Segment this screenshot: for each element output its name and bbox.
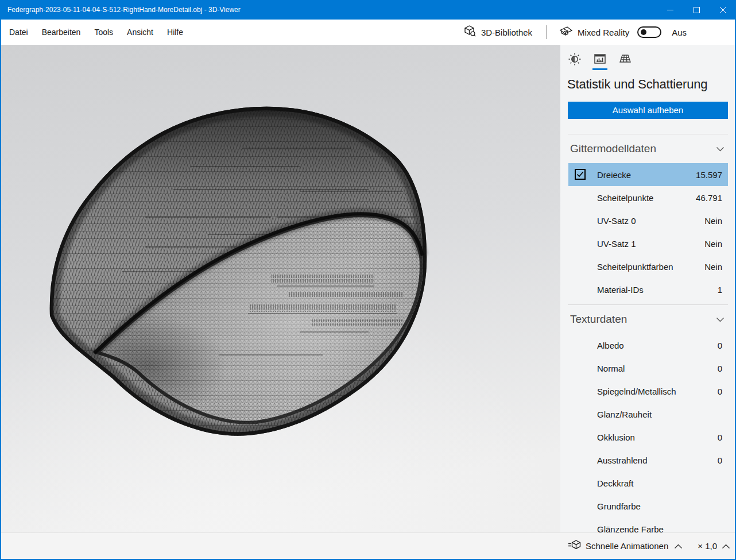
- stat-value: Nein: [704, 216, 722, 226]
- stat-label: Dreiecke: [597, 170, 631, 180]
- stat-row[interactable]: Ausstrahlend0: [568, 449, 728, 472]
- app-window: Federgraph-2023-05-11-04-04-S-512-RightH…: [0, 0, 736, 560]
- fast-animations-label: Schnelle Animationen: [586, 541, 668, 551]
- chevron-up-icon[interactable]: [674, 541, 683, 551]
- menu-item-datei[interactable]: Datei: [2, 20, 35, 45]
- stat-row[interactable]: Scheitelpunkte46.791: [568, 186, 728, 209]
- stat-value: 0: [718, 387, 722, 396]
- menu-item-tools[interactable]: Tools: [87, 20, 120, 45]
- menu-bar: DateiBearbeitenToolsAnsichtHilfe 3D-Bibl…: [1, 20, 735, 45]
- checkbox-checked-icon[interactable]: [575, 169, 586, 180]
- stat-value: 0: [718, 432, 722, 442]
- menu-divider: [546, 25, 547, 39]
- stat-label: Spiegelnd/Metallisch: [597, 387, 676, 396]
- library-label: 3D-Bibliothek: [481, 28, 532, 37]
- stat-value: 46.791: [696, 193, 722, 203]
- stat-row[interactable]: Grundfarbe: [568, 495, 728, 517]
- chevron-down-icon[interactable]: [716, 317, 725, 322]
- maximize-button[interactable]: [683, 0, 710, 20]
- stat-label: Scheitelpunktfarben: [597, 262, 673, 272]
- stat-value: 0: [718, 341, 722, 350]
- section-rows: Dreiecke15.597Scheitelpunkte46.791UV-Sat…: [560, 163, 735, 301]
- stat-label: UV-Satz 1: [597, 239, 636, 249]
- fast-animations-control[interactable]: Schnelle Animationen: [568, 539, 683, 553]
- section-header[interactable]: Texturdaten: [560, 305, 735, 334]
- stat-row[interactable]: Albedo0: [568, 334, 728, 357]
- stat-label: Scheitelpunkte: [597, 193, 653, 203]
- window-controls: [657, 0, 736, 20]
- panel-heading: Statistik und Schattierung: [567, 77, 735, 92]
- mixed-reality-control: Mixed Reality Aus: [559, 25, 687, 39]
- stat-value: Nein: [704, 239, 722, 249]
- 3d-viewport[interactable]: [1, 45, 560, 532]
- stat-value: 0: [718, 364, 722, 373]
- title-bar[interactable]: Federgraph-2023-05-11-04-04-S-512-RightH…: [0, 0, 736, 20]
- chevron-down-icon[interactable]: [716, 146, 725, 152]
- deselect-button[interactable]: Auswahl aufheben: [568, 102, 728, 119]
- stat-label: Albedo: [597, 341, 624, 350]
- stat-label: Normal: [597, 364, 625, 373]
- section-title: Texturdaten: [570, 313, 627, 326]
- menu-item-ansicht[interactable]: Ansicht: [120, 20, 160, 45]
- stat-row[interactable]: Normal0: [568, 357, 728, 380]
- mixed-reality-icon: [559, 25, 573, 39]
- stat-row[interactable]: Glanz/Rauheit: [568, 403, 728, 426]
- stat-row[interactable]: UV-Satz 0Nein: [568, 209, 728, 232]
- scale-value: × 1,0: [698, 541, 717, 551]
- stats-panel-icon: [593, 52, 607, 66]
- stat-row[interactable]: Deckkraft: [568, 472, 728, 495]
- stat-value: 0: [718, 455, 722, 465]
- menu-item-bearbeiten[interactable]: Bearbeiten: [35, 20, 88, 45]
- close-button[interactable]: [710, 0, 736, 20]
- library-button[interactable]: 3D-Bibliothek: [463, 25, 532, 40]
- stat-label: UV-Satz 0: [597, 216, 636, 226]
- section-rows: Albedo0Normal0Spiegelnd/Metallisch0Glanz…: [560, 334, 735, 532]
- stat-label: Deckkraft: [597, 478, 633, 488]
- stat-value: 15.597: [696, 170, 722, 180]
- menu-items: DateiBearbeitenToolsAnsichtHilfe: [2, 20, 190, 45]
- mixed-reality-state: Aus: [672, 28, 687, 37]
- tab-grid[interactable]: [617, 51, 633, 70]
- stat-label: Grundfarbe: [597, 501, 641, 511]
- stat-value: 1: [718, 285, 722, 295]
- panel-sections: GittermodelldatenDreiecke15.597Scheitelp…: [560, 134, 735, 532]
- menu-right: 3D-Bibliothek Mixed Reality Aus: [463, 25, 687, 40]
- menu-item-hilfe[interactable]: Hilfe: [160, 20, 190, 45]
- minimize-button[interactable]: [657, 0, 683, 20]
- stat-row[interactable]: Glänzende Farbe: [568, 517, 728, 532]
- tab-statistics[interactable]: [592, 51, 608, 70]
- 3d-library-icon: [463, 25, 477, 40]
- stat-label: Material-IDs: [597, 285, 644, 295]
- stat-row[interactable]: UV-Satz 1Nein: [568, 232, 728, 255]
- stat-row[interactable]: Material-IDs1: [568, 278, 728, 301]
- stat-label: Glanz/Rauheit: [597, 410, 652, 419]
- stat-row[interactable]: Dreiecke15.597: [568, 163, 728, 186]
- sun-icon: [568, 52, 582, 66]
- chevron-up-icon[interactable]: [722, 541, 730, 551]
- panel-section: GittermodelldatenDreiecke15.597Scheitelp…: [560, 134, 735, 301]
- stat-row[interactable]: Spiegelnd/Metallisch0: [568, 380, 728, 403]
- status-bar: Schnelle Animationen × 1,0: [1, 532, 735, 559]
- toggle-knob: [641, 29, 646, 35]
- stat-row[interactable]: Okklusion0: [568, 426, 728, 449]
- stat-value: Nein: [704, 262, 722, 272]
- tab-lighting[interactable]: [567, 51, 583, 70]
- stat-label: Ausstrahlend: [597, 455, 648, 465]
- section-header[interactable]: Gittermodelldaten: [560, 134, 735, 163]
- panel-section: TexturdatenAlbedo0Normal0Spiegelnd/Metal…: [560, 304, 735, 532]
- grid-icon: [618, 52, 632, 66]
- scale-control[interactable]: × 1,0: [683, 541, 730, 551]
- mixed-reality-toggle[interactable]: [637, 26, 661, 38]
- stats-panel: Statistik und Schattierung Auswahl aufhe…: [560, 45, 735, 532]
- stat-row[interactable]: ScheitelpunktfarbenNein: [568, 255, 728, 278]
- section-title: Gittermodelldaten: [570, 142, 656, 155]
- window-title: Federgraph-2023-05-11-04-04-S-512-RightH…: [7, 6, 241, 14]
- wireframe-mesh-model: [1, 45, 560, 532]
- stat-label: Glänzende Farbe: [597, 524, 664, 533]
- panel-tabs: [560, 45, 735, 70]
- stat-label: Okklusion: [597, 432, 635, 442]
- animation-cube-icon: [568, 539, 581, 553]
- mixed-reality-label: Mixed Reality: [578, 28, 629, 37]
